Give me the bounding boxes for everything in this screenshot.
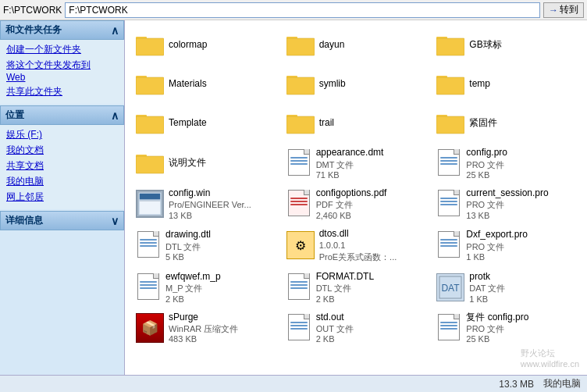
svg-rect-1 [136,37,147,41]
file-item-protk[interactable]: DAT protk DAT 文件 1 KB [432,268,581,307]
status-right: 13.3 MB 我的电脑 [499,377,581,390]
doc-icon-fj-configpro [436,314,461,342]
file-size-configwin: 13 KB [169,211,251,220]
sidebar-link-shareddocs[interactable]: 共享文档 [6,159,118,173]
sidebar-details-header[interactable]: 详细信息 ∨ [0,211,124,230]
file-info-ewfqwef: ewfqwef.m_p M_P 文件 2 KB [165,271,221,304]
file-item-name-smwj: 说明文件 [169,157,206,169]
file-item-name-trail: trail [319,117,334,130]
address-input[interactable] [65,2,540,18]
doc-icon-currentsession [436,190,461,218]
file-item-appearance[interactable]: appearance.dmt DMT 文件 71 KB [282,144,431,183]
file-item-smwj[interactable]: 说明文件 [131,144,280,183]
sidebar-details-title: 详细信息 [5,214,43,227]
file-type-formatdtl: DTL 文件 [316,283,374,294]
file-name-fj-configpro: 复件 config.pro [466,312,528,324]
file-grid: colormap dayun GB球标 Mat [131,27,581,347]
sidebar-link-network[interactable]: 网上邻居 [6,191,118,204]
file-item-configpro[interactable]: config.pro PRO 文件 25 KB [432,144,581,183]
sidebar-link-publish[interactable]: 将这个文件夹发布到Web [6,59,118,83]
file-type-pdf: PDF 文件 [316,199,387,210]
file-size-dtosdll: ProE关系式函数：... [319,251,397,263]
file-item-name-colormap: colormap [169,39,207,52]
status-bar: 13.3 MB 我的电脑 [0,375,587,392]
sidebar-places-body: 娱乐 (F:) 我的文档 共享文档 我的电脑 网上邻居 [0,125,124,209]
file-item-spurge[interactable]: 📦 sPurge WinRAR 压缩文件 483 KB [131,308,280,347]
file-type-configwin: Pro/ENGINEER Ver... [169,199,251,210]
file-name-dtosdll: dtos.dll [319,228,397,241]
file-item-name-jgj: 紧固件 [469,117,497,130]
file-info-configpro: config.pro PRO 文件 25 KB [466,147,507,180]
doc-icon-stdout [286,314,311,342]
file-name-appearance: appearance.dmt [316,147,384,159]
file-item-configwin[interactable]: config.win Pro/ENGINEER Ver... 13 KB [131,184,280,223]
file-item-trail[interactable]: trail [282,105,431,142]
file-item-currentsession[interactable]: current_session.pro PRO 文件 13 KB [432,184,581,223]
sidebar-places-title: 位置 [5,109,24,122]
go-button[interactable]: → 转到 [543,2,584,18]
folder-icon-smwj [136,151,164,175]
file-item-stdout[interactable]: std.out OUT 文件 2 KB [282,308,431,347]
file-info-formatdtl: FORMAT.DTL DTL 文件 2 KB [316,271,374,304]
file-size-fj-configpro: 25 KB [466,334,528,344]
file-item-fj-configpro[interactable]: 复件 config.pro PRO 文件 25 KB [432,308,581,347]
file-item-colormap[interactable]: colormap [131,27,280,64]
file-info-pdf: configoptions.pdf PDF 文件 2,460 KB [316,187,387,220]
doc-icon-dxfexport [436,231,461,259]
status-location: 我的电脑 [543,377,581,390]
file-item-configoptionspdf[interactable]: configoptions.pdf PDF 文件 2,460 KB [282,184,431,223]
sidebar-section-places: 位置 ∧ 娱乐 (F:) 我的文档 共享文档 我的电脑 网上邻居 [0,105,124,209]
file-item-jgj[interactable]: 紧固件 [432,105,581,142]
sidebar-places-header[interactable]: 位置 ∧ [0,105,124,125]
file-size-pdf: 2,460 KB [316,211,387,220]
folder-icon-template [136,112,164,135]
file-name-dxfexport: Dxf_export.pro [466,229,528,241]
file-item-dxfexport[interactable]: Dxf_export.pro PRO 文件 1 KB [432,225,581,266]
address-label: F:\PTCWORK [3,5,62,16]
file-item-dayun[interactable]: dayun [282,27,431,64]
file-item-ewfqwef[interactable]: ewfqwef.m_p M_P 文件 2 KB [131,268,280,307]
file-item-dtosdll[interactable]: ⚙ dtos.dll 1.0.0.1 ProE关系式函数：... [282,225,431,266]
go-button-label: 转到 [560,3,578,16]
sidebar-link-entertainment[interactable]: 娱乐 (F:) [6,128,118,141]
doc-icon-ewfqwef [136,273,161,301]
file-size-spurge: 483 KB [169,334,238,344]
file-item-symlib[interactable]: symlib [282,66,431,103]
sidebar-link-share[interactable]: 共享此文件夹 [6,85,118,98]
go-arrow-icon: → [549,5,558,16]
file-item-temp[interactable]: temp [432,66,581,103]
file-info-configwin: config.win Pro/ENGINEER Ver... 13 KB [169,187,251,220]
sidebar: 和文件夹任务 ∧ 创建一个新文件夹 将这个文件夹发布到Web 共享此文件夹 位置… [0,20,125,375]
file-name-configwin: config.win [169,187,251,200]
file-item-template[interactable]: Template [131,105,280,142]
file-item-gb[interactable]: GB球标 [432,27,581,64]
file-info-spurge: sPurge WinRAR 压缩文件 483 KB [169,312,238,344]
file-size-appearance: 71 KB [316,170,384,180]
sidebar-tasks-title: 和文件夹任务 [5,23,62,37]
file-item-name-temp: temp [469,78,490,91]
sidebar-section-details: 详细信息 ∨ [0,211,124,230]
svg-rect-10 [136,76,147,80]
file-info-appearance: appearance.dmt DMT 文件 71 KB [316,147,384,180]
file-info-stdout: std.out OUT 文件 2 KB [316,312,354,344]
address-bar: F:\PTCWORK → 转到 [0,0,587,20]
sidebar-section-tasks: 和文件夹任务 ∧ 创建一个新文件夹 将这个文件夹发布到Web 共享此文件夹 [0,20,124,104]
file-size-protk: 1 KB [469,294,505,304]
svg-rect-19 [136,115,147,119]
folder-icon-symlib [286,73,315,96]
doc-icon-formatdtl [286,273,311,301]
file-item-formatdtl[interactable]: FORMAT.DTL DTL 文件 2 KB [282,268,431,307]
main-layout: 和文件夹任务 ∧ 创建一个新文件夹 将这个文件夹发布到Web 共享此文件夹 位置… [0,20,587,375]
file-item-drawingdtl[interactable]: drawing.dtl DTL 文件 5 KB [131,225,280,266]
file-info-dxfexport: Dxf_export.pro PRO 文件 1 KB [466,229,528,262]
file-type-ewfqwef: M_P 文件 [165,283,221,294]
file-item-materials[interactable]: Materials [131,66,280,103]
sidebar-tasks-body: 创建一个新文件夹 将这个文件夹发布到Web 共享此文件夹 [0,40,124,104]
sidebar-link-mydocs[interactable]: 我的文档 [6,144,118,157]
file-size-dxfexport: 1 KB [466,252,528,262]
sidebar-tasks-header[interactable]: 和文件夹任务 ∧ [0,20,124,40]
folder-icon-jgj [436,112,464,135]
svg-rect-28 [136,155,147,159]
sidebar-link-mycomputer[interactable]: 我的电脑 [6,175,118,188]
sidebar-link-create-folder[interactable]: 创建一个新文件夹 [6,43,118,56]
